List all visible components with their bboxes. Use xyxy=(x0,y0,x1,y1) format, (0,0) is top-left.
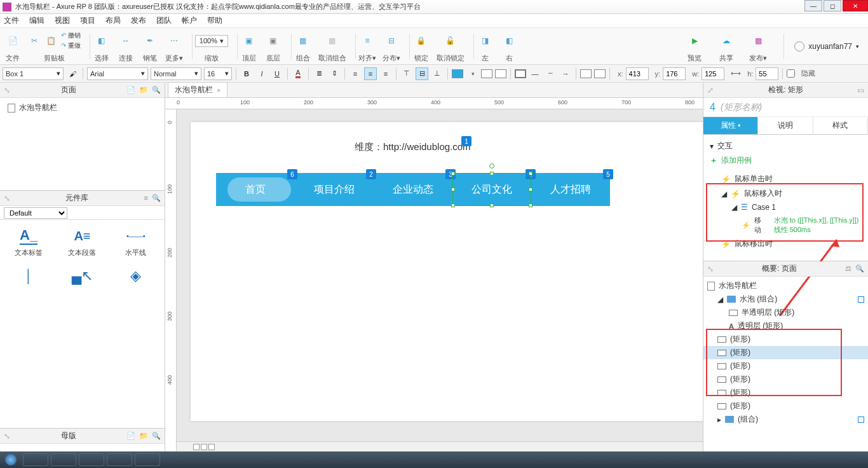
line-style-button[interactable]: ┄ xyxy=(544,67,557,80)
add-master-icon[interactable]: 📄 xyxy=(126,432,135,440)
inner-shadow-button[interactable] xyxy=(495,69,506,78)
distribute-icon[interactable]: ⊟ xyxy=(383,32,400,50)
nav-item-news[interactable]: 企业动态 xyxy=(374,173,452,206)
close-button[interactable]: ✕ xyxy=(843,0,868,11)
connect-icon[interactable]: ↔ xyxy=(117,32,135,50)
align-right-button[interactable]: ≡ xyxy=(379,67,392,80)
menu-publish[interactable]: 发布 xyxy=(131,15,146,26)
more-icon[interactable]: ⋯ xyxy=(165,32,183,50)
add-page-icon[interactable]: 📄 xyxy=(126,86,135,94)
align-left-icon[interactable]: ◨ xyxy=(477,32,494,50)
bring-front-icon[interactable]: ▣ xyxy=(240,32,258,50)
visibility-toggle[interactable] xyxy=(858,296,864,303)
widget-paragraph[interactable]: A≡ 文本段落 xyxy=(57,224,107,260)
widget-hline[interactable]: •——• 水平线 xyxy=(111,224,161,260)
group-icon[interactable]: ▦ xyxy=(294,32,312,50)
minimize-button[interactable]: — xyxy=(804,0,822,11)
send-back-icon[interactable]: ▣ xyxy=(264,32,282,50)
menu-project[interactable]: 项目 xyxy=(80,15,95,26)
x-field[interactable] xyxy=(626,67,649,80)
collapse-icon[interactable]: ⤡ xyxy=(4,194,10,203)
canvas-scrollbar[interactable] xyxy=(177,441,703,451)
align-left-button[interactable]: ≡ xyxy=(349,67,362,80)
outline-rect-6[interactable]: (矩形) xyxy=(703,399,868,413)
w-field[interactable] xyxy=(702,67,724,80)
taskbar-item[interactable] xyxy=(51,453,76,466)
collapse-icon[interactable]: ⤡ xyxy=(4,86,10,95)
search-icon[interactable]: 🔍 xyxy=(152,432,161,440)
add-case-button[interactable]: ＋添加用例 xyxy=(706,153,865,168)
widget-label[interactable]: A_ 文本标签 xyxy=(4,224,53,260)
tab-properties[interactable]: 属性 • xyxy=(703,117,758,134)
page-item[interactable]: 水泡导航栏 xyxy=(3,100,162,115)
widget-name-input[interactable]: (矩形名称) xyxy=(721,102,762,113)
line-spacing-button[interactable]: ⇕ xyxy=(328,67,341,80)
hidden-checkbox[interactable] xyxy=(787,69,795,78)
menu-file[interactable]: 文件 xyxy=(4,15,19,26)
tab-page[interactable]: 水泡导航栏 × xyxy=(168,82,227,97)
library-select[interactable]: Default xyxy=(4,207,67,219)
arrow-style-button[interactable]: → xyxy=(559,67,572,80)
collapse-icon[interactable]: ⤡ xyxy=(4,432,10,441)
start-button[interactable] xyxy=(0,451,22,468)
cut-icon[interactable]: ✂ xyxy=(28,34,41,47)
taskbar-item[interactable] xyxy=(79,453,104,466)
undo-button[interactable]: ↶ 撤销 xyxy=(61,31,81,40)
search-icon[interactable]: 🔍 xyxy=(152,86,161,94)
publish-icon[interactable]: ▦ xyxy=(749,32,767,50)
italic-button[interactable]: I xyxy=(255,67,268,80)
h-field[interactable] xyxy=(756,67,778,80)
search-icon[interactable]: 🔍 xyxy=(152,194,161,202)
taskbar-item[interactable] xyxy=(23,453,48,466)
menu-account[interactable]: 帐户 xyxy=(182,15,197,26)
copy-icon[interactable]: 📋 xyxy=(44,34,57,47)
menu-view[interactable]: 视图 xyxy=(55,15,70,26)
nav-item-hire[interactable]: 人才招聘 xyxy=(531,173,610,206)
visibility-toggle[interactable] xyxy=(858,416,864,423)
valign-middle-button[interactable]: ⊟ xyxy=(416,67,428,80)
add-folder-icon[interactable]: 📁 xyxy=(139,432,148,440)
user-menu[interactable]: xuyuanfan77▾ xyxy=(794,41,864,52)
menu-arrange[interactable]: 布局 xyxy=(105,15,121,26)
zoom-select[interactable]: 100%▾ xyxy=(195,35,228,47)
underline-button[interactable]: U xyxy=(271,67,283,80)
taskbar-item[interactable] xyxy=(135,453,160,466)
preview-icon[interactable]: ▶ xyxy=(686,32,703,50)
new-file-icon[interactable]: 📄 xyxy=(4,32,22,50)
font-color-button[interactable]: A xyxy=(292,67,304,80)
tab-notes[interactable]: 说明 xyxy=(758,117,813,134)
add-folder-icon[interactable]: 📁 xyxy=(139,86,148,94)
menu-edit[interactable]: 编辑 xyxy=(29,15,44,26)
bold-button[interactable]: B xyxy=(240,67,253,80)
bullets-button[interactable]: ≣ xyxy=(313,67,325,80)
weight-select[interactable]: Normal▾ xyxy=(151,67,201,80)
align-right-icon[interactable]: ◧ xyxy=(501,32,519,50)
locate-icon[interactable]: ▭ xyxy=(857,86,864,95)
nav-item-intro[interactable]: 项目介绍 xyxy=(295,173,374,206)
maximize-button[interactable]: ◻ xyxy=(824,0,841,11)
search-icon[interactable]: 🔍 xyxy=(855,265,864,273)
line-width-button[interactable]: — xyxy=(529,67,541,80)
lock-icon[interactable]: 🔒 xyxy=(412,32,430,50)
line-color-button[interactable] xyxy=(515,69,526,78)
lock-aspect-icon[interactable]: ⟷ xyxy=(731,69,741,78)
collapse-icon[interactable]: ⤡ xyxy=(707,265,714,273)
canvas[interactable]: 0100200300400 维度：http://weidublog.com 1 … xyxy=(165,109,703,451)
unlock-icon[interactable]: 🔓 xyxy=(442,32,459,50)
filter-icon[interactable]: ⚖ xyxy=(845,265,851,273)
close-icon[interactable]: × xyxy=(217,86,220,94)
outline-group-bubble[interactable]: ◢水泡 (组合) xyxy=(703,292,868,306)
valign-bottom-button[interactable]: ⊥ xyxy=(431,67,444,80)
section-interactions[interactable]: ▾交互 xyxy=(706,139,865,153)
corner-radius-button[interactable] xyxy=(580,69,592,78)
size-select[interactable]: 16▾ xyxy=(204,67,232,80)
menu-help[interactable]: 帮助 xyxy=(207,15,222,26)
align-center-button[interactable]: ≡ xyxy=(364,67,377,80)
menu-team[interactable]: 团队 xyxy=(156,15,172,26)
align-icon[interactable]: ≡ xyxy=(358,32,376,50)
heading-text[interactable]: 维度：http://weidublog.com xyxy=(355,141,471,153)
redo-button[interactable]: ↷ 重做 xyxy=(61,41,81,50)
widget-dynamic-panel[interactable]: ◈ xyxy=(111,264,161,288)
widget-vline[interactable]: │ xyxy=(4,264,53,288)
collapse-icon[interactable]: ⤢ xyxy=(707,86,714,95)
